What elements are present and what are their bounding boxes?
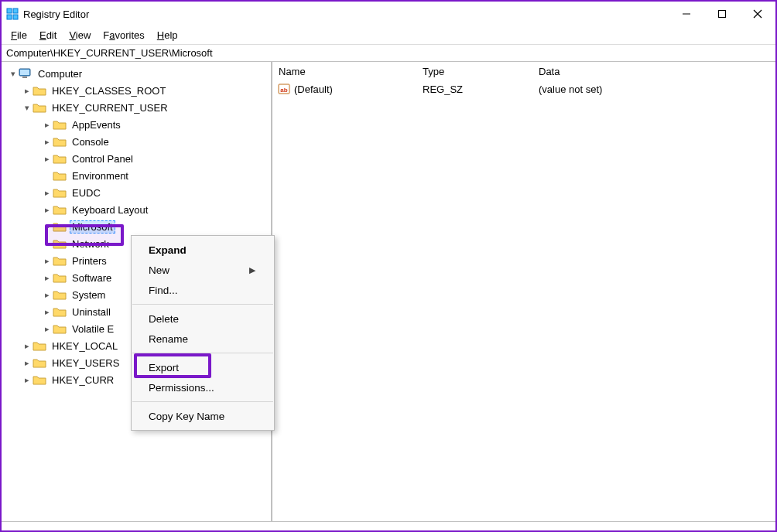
svg-rect-10 — [22, 77, 27, 78]
tree-node-label: HKEY_USERS — [50, 356, 122, 370]
tree-node-label: Volatile E — [70, 322, 116, 336]
list-header: Name Type Data — [272, 62, 775, 80]
column-header-name[interactable]: Name — [272, 66, 416, 77]
column-header-data[interactable]: Data — [532, 66, 775, 77]
chevron-right-icon[interactable]: ▸ — [42, 289, 53, 300]
svg-rect-1 — [13, 9, 18, 13]
chevron-right-icon[interactable]: ▸ — [42, 187, 53, 198]
folder-icon — [33, 356, 46, 369]
address-bar[interactable]: Computer\HKEY_CURRENT_USER\Microsoft — [2, 45, 775, 62]
tree-node-label: Network — [70, 237, 111, 251]
ctx-copy-key-name[interactable]: Copy Key Name — [132, 406, 274, 426]
tree-node-eudc[interactable]: ▸ EUDC — [3, 184, 271, 201]
tree-node-label: Software — [70, 271, 114, 285]
tree-node-microsoft[interactable]: ▸ Microsoft — [3, 218, 271, 235]
maximize-button[interactable] — [704, 2, 740, 26]
close-button[interactable] — [740, 2, 775, 26]
tree-node-console[interactable]: ▸ Console — [3, 133, 271, 150]
ctx-permissions[interactable]: Permissions... — [132, 377, 274, 397]
menubar: File Edit View Favorites Help — [2, 26, 775, 45]
menu-view[interactable]: View — [63, 28, 97, 43]
tree-node-keyboard-layout[interactable]: ▸ Keyboard Layout — [3, 201, 271, 218]
ctx-rename[interactable]: Rename — [132, 329, 274, 349]
value-list-pane: Name Type Data ab (Default) REG_SZ (valu… — [272, 62, 775, 521]
folder-icon — [53, 118, 67, 131]
folder-icon — [53, 220, 67, 233]
chevron-down-icon[interactable]: ▾ — [8, 68, 19, 79]
svg-rect-5 — [719, 11, 726, 18]
chevron-right-icon[interactable]: ▸ — [42, 272, 53, 283]
context-menu: Expand New ▶ Find... Delete Rename Expor… — [131, 235, 275, 431]
folder-icon — [53, 203, 67, 216]
tree-node-label: Computer — [36, 67, 84, 80]
svg-text:ab: ab — [280, 87, 287, 94]
tree-node-environment[interactable]: ▸ Environment — [3, 167, 271, 184]
tree-node-hkcr[interactable]: ▸ HKEY_CLASSES_ROOT — [3, 82, 271, 99]
ctx-export[interactable]: Export — [132, 357, 274, 377]
chevron-right-icon[interactable]: ▸ — [22, 374, 33, 385]
menu-favorites[interactable]: Favorites — [97, 28, 150, 43]
tree-node-computer[interactable]: ▾ Computer — [3, 65, 271, 82]
folder-icon — [53, 254, 67, 267]
menu-file[interactable]: File — [5, 28, 33, 43]
value-data: (value not set) — [532, 84, 775, 95]
ctx-label: Rename — [149, 333, 188, 345]
value-row[interactable]: ab (Default) REG_SZ (value not set) — [272, 80, 775, 97]
ctx-label: Delete — [149, 313, 179, 325]
menu-edit[interactable]: Edit — [33, 28, 63, 43]
folder-icon — [53, 322, 67, 335]
chevron-right-icon[interactable]: ▸ — [42, 221, 53, 232]
chevron-right-icon[interactable]: ▸ — [42, 323, 53, 334]
ctx-find[interactable]: Find... — [132, 280, 274, 300]
ctx-label: Export — [149, 362, 179, 373]
tree-node-label: AppEvents — [70, 118, 123, 131]
menu-help[interactable]: Help — [151, 28, 184, 43]
folder-icon — [53, 305, 67, 318]
submenu-arrow-icon: ▶ — [249, 265, 255, 275]
ctx-delete[interactable]: Delete — [132, 309, 274, 329]
tree-node-label: Keyboard Layout — [70, 203, 150, 217]
chevron-right-icon[interactable]: ▸ — [22, 357, 33, 368]
minimize-button[interactable] — [669, 2, 704, 26]
chevron-right-icon[interactable]: ▸ — [42, 204, 53, 215]
folder-icon — [53, 288, 67, 301]
tree-node-label: HKEY_CURR — [50, 373, 116, 387]
chevron-right-icon[interactable]: ▸ — [22, 340, 33, 351]
ctx-separator — [132, 353, 273, 353]
string-value-icon: ab — [277, 83, 291, 95]
svg-rect-2 — [7, 15, 12, 19]
tree-node-label: HKEY_CURRENT_USER — [50, 101, 170, 114]
titlebar: Registry Editor — [2, 2, 775, 26]
main-panel: ▾ Computer ▸ HKEY_CLASSES_ROOT ▾ HKEY_CU… — [2, 62, 775, 521]
tree-node-label: Control Panel — [70, 152, 135, 165]
ctx-label: Copy Key Name — [149, 411, 224, 422]
chevron-right-icon[interactable]: ▸ — [42, 136, 53, 147]
chevron-right-icon[interactable]: ▸ — [42, 306, 53, 317]
computer-icon — [19, 67, 33, 80]
tree-node-label: Console — [70, 135, 111, 148]
folder-icon — [53, 271, 67, 284]
tree-node-label: Printers — [70, 254, 109, 268]
ctx-label: Find... — [149, 285, 178, 296]
chevron-right-icon[interactable]: ▸ — [42, 153, 53, 164]
chevron-down-icon[interactable]: ▾ — [22, 102, 33, 113]
tree-node-appevents[interactable]: ▸ AppEvents — [3, 116, 271, 133]
chevron-right-icon[interactable]: ▸ — [42, 255, 53, 266]
tree-node-label: System — [70, 288, 108, 302]
svg-rect-9 — [20, 70, 29, 75]
folder-icon — [53, 135, 67, 148]
ctx-new[interactable]: New ▶ — [132, 260, 274, 280]
folder-icon — [33, 84, 46, 97]
tree-node-label: Uninstall — [70, 305, 113, 319]
tree-node-control-panel[interactable]: ▸ Control Panel — [3, 150, 271, 167]
chevron-right-icon[interactable]: ▸ — [22, 85, 33, 96]
svg-rect-3 — [13, 15, 18, 19]
ctx-expand[interactable]: Expand — [132, 240, 274, 260]
chevron-right-icon[interactable]: ▸ — [42, 119, 53, 130]
folder-icon — [53, 186, 67, 199]
folder-icon — [33, 339, 46, 352]
column-header-type[interactable]: Type — [416, 66, 532, 77]
tree-node-label: Microsoft — [70, 220, 115, 234]
tree-node-hkcu[interactable]: ▾ HKEY_CURRENT_USER — [3, 99, 271, 116]
folder-icon — [53, 237, 67, 250]
